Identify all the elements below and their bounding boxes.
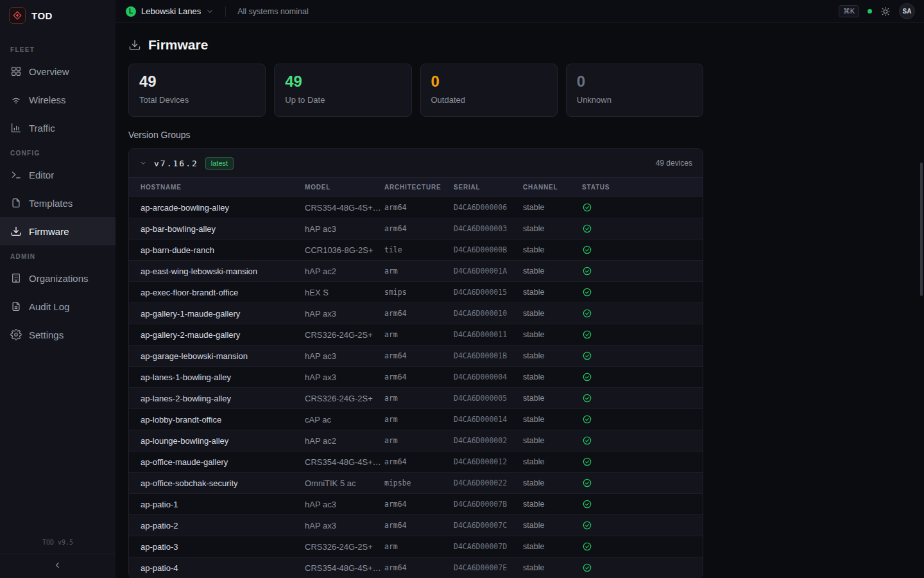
cell-status <box>582 499 703 509</box>
scrollbar-thumb[interactable] <box>920 162 923 296</box>
check-circle-icon <box>582 329 696 340</box>
cell-model: CRS354-48G-4S+… <box>305 457 384 467</box>
cell-channel: stable <box>523 500 582 509</box>
device-count: 49 devices <box>656 159 692 168</box>
theme-toggle-sun-icon[interactable] <box>880 6 891 17</box>
device-row[interactable]: ap-bar-bowling-alleyhAP ac3arm64D4CA6D00… <box>129 218 703 239</box>
chevron-left-icon <box>53 561 62 572</box>
stat-card-total-devices: 49Total Devices <box>128 64 266 117</box>
device-row[interactable]: ap-patio-3CRS326-24G-2S+armD4CA6D00007Ds… <box>129 536 703 557</box>
cell-channel: stable <box>523 521 582 530</box>
cell-serial: D4CA6D00007B <box>454 500 523 509</box>
device-row[interactable]: ap-patio-2hAP ax3arm64D4CA6D00007Cstable <box>129 514 703 536</box>
device-row[interactable]: ap-lounge-bowling-alleyhAP ac2armD4CA6D0… <box>129 430 703 451</box>
command-palette-shortcut[interactable]: ⌘K <box>839 5 859 17</box>
wifi-icon <box>10 94 22 105</box>
check-circle-icon <box>582 541 696 552</box>
device-row[interactable]: ap-arcade-bowling-alleyCRS354-48G-4S+…ar… <box>129 197 703 218</box>
sidebar-item-organizations[interactable]: Organizations <box>0 264 116 292</box>
device-row[interactable]: ap-garage-lebowski-mansionhAP ac3arm64D4… <box>129 345 703 366</box>
device-row[interactable]: ap-patio-4CRS354-48G-4S+…arm64D4CA6D0000… <box>129 557 703 578</box>
cell-channel: stable <box>523 542 582 551</box>
sidebar-item-label: Firmware <box>29 226 69 237</box>
device-row[interactable]: ap-exec-floor-brandt-officehEX SsmipsD4C… <box>129 281 703 302</box>
version-group-header[interactable]: v7.16.2 latest 49 devices <box>129 149 703 177</box>
sidebar-item-templates[interactable]: Templates <box>0 189 116 217</box>
check-circle-icon <box>582 520 696 530</box>
stat-card-outdated: 0Outdated <box>420 64 558 117</box>
stat-label: Outdated <box>431 95 547 105</box>
cell-channel: stable <box>523 288 582 297</box>
cell-serial: D4CA6D000005 <box>454 394 523 403</box>
document-lines-icon <box>10 301 22 312</box>
cell-serial: D4CA6D000006 <box>454 203 523 212</box>
cell-hostname: ap-patio-2 <box>141 521 305 530</box>
device-row[interactable]: ap-east-wing-lebowski-mansionhAP ac2armD… <box>129 260 703 281</box>
org-selector[interactable]: L Lebowski Lanes <box>126 6 214 17</box>
cell-architecture: arm64 <box>384 372 454 381</box>
system-status-text: All systems nominal <box>237 7 308 16</box>
cell-serial: D4CA6D000004 <box>454 372 523 381</box>
cell-architecture: arm64 <box>384 457 454 466</box>
gear-icon <box>10 329 22 340</box>
topbar: L Lebowski Lanes All systems nominal ⌘K … <box>116 0 924 23</box>
check-circle-icon <box>582 414 696 425</box>
cell-channel: stable <box>523 436 582 445</box>
stat-label: Up to Date <box>285 95 400 105</box>
cell-architecture: arm <box>384 542 454 551</box>
page-content: Firmware 49Total Devices49Up to Date0Out… <box>116 23 924 578</box>
sidebar-item-overview[interactable]: Overview <box>0 57 116 85</box>
sidebar-item-settings[interactable]: Settings <box>0 320 116 349</box>
cell-status <box>582 287 703 297</box>
device-row[interactable]: ap-office-maude-galleryCRS354-48G-4S+…ar… <box>129 451 703 472</box>
sidebar-item-wireless[interactable]: Wireless <box>0 85 116 114</box>
device-row[interactable]: ap-office-sobchak-securityOmniTIK 5 acmi… <box>129 472 703 493</box>
cell-channel: stable <box>523 330 582 339</box>
sidebar-item-editor[interactable]: Editor <box>0 161 116 189</box>
sidebar-collapse-button[interactable] <box>0 554 116 578</box>
cell-model: hAP ac2 <box>305 267 384 276</box>
cell-model: hAP ax3 <box>305 309 384 319</box>
cell-model: hAP ac3 <box>305 224 384 234</box>
cell-hostname: ap-lobby-brandt-office <box>141 415 305 425</box>
sidebar-item-audit-log[interactable]: Audit Log <box>0 292 116 320</box>
check-circle-icon <box>582 457 696 467</box>
device-row[interactable]: ap-lobby-brandt-officecAP acarmD4CA6D000… <box>129 408 703 430</box>
device-row[interactable]: ap-barn-dude-ranchCCR1036-8G-2S+tileD4CA… <box>129 239 703 260</box>
cell-hostname: ap-east-wing-lebowski-mansion <box>141 267 305 276</box>
user-avatar[interactable]: SA <box>899 3 915 19</box>
grid-icon <box>10 66 22 77</box>
chevron-down-icon <box>206 8 214 15</box>
sidebar-item-firmware[interactable]: Firmware <box>0 217 116 245</box>
cell-serial: D4CA6D000010 <box>454 309 523 318</box>
nav-section-fleet: FLEETOverviewWirelessTraffic <box>0 39 116 142</box>
sidebar-item-label: Organizations <box>29 273 89 284</box>
page-title: Firmware <box>148 37 208 53</box>
stat-value: 0 <box>577 73 692 91</box>
cell-model: OmniTIK 5 ac <box>305 478 384 488</box>
device-row[interactable]: ap-gallery-2-maude-galleryCRS326-24G-2S+… <box>129 324 703 345</box>
device-row[interactable]: ap-patio-1hAP ac3arm64D4CA6D00007Bstable <box>129 493 703 514</box>
cell-serial: D4CA6D00001A <box>454 267 523 276</box>
version-groups-label: Version Groups <box>128 130 924 140</box>
sidebar-item-traffic[interactable]: Traffic <box>0 114 116 142</box>
device-row[interactable]: ap-lanes-1-bowling-alleyhAP ax3arm64D4CA… <box>129 366 703 387</box>
cell-hostname: ap-bar-bowling-alley <box>141 224 305 234</box>
cell-model: hEX S <box>305 288 384 297</box>
cell-architecture: arm <box>384 394 454 403</box>
cell-architecture: arm64 <box>384 521 454 530</box>
download-icon <box>10 225 22 237</box>
nav-section-config: CONFIGEditorTemplatesFirmware <box>0 142 116 245</box>
firmware-download-icon <box>128 39 141 51</box>
terminal-icon <box>10 169 22 180</box>
cell-serial: D4CA6D000003 <box>454 224 523 233</box>
device-row[interactable]: ap-gallery-1-maude-galleryhAP ax3arm64D4… <box>129 302 703 324</box>
device-row[interactable]: ap-lanes-2-bowling-alleyCRS326-24G-2S+ar… <box>129 387 703 408</box>
cell-channel: stable <box>523 394 582 403</box>
sidebar-item-label: Traffic <box>29 123 55 134</box>
cell-status <box>582 457 703 467</box>
cell-channel: stable <box>523 372 582 381</box>
cell-serial: D4CA6D000015 <box>454 288 523 297</box>
cell-architecture: arm64 <box>384 309 454 318</box>
nav-section-label: CONFIG <box>0 142 116 161</box>
